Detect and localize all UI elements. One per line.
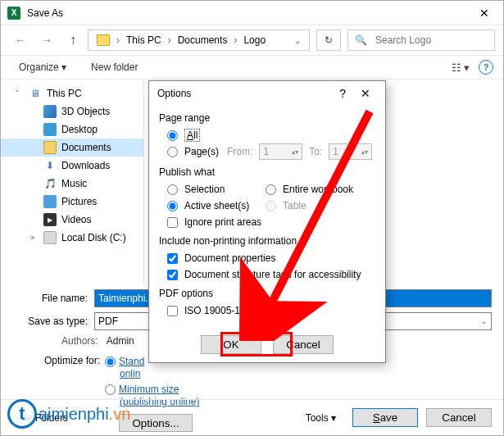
doc-icon	[43, 141, 57, 154]
search-icon: 🔍	[348, 34, 374, 46]
cancel-button[interactable]: Cancel	[426, 408, 492, 427]
selection-radio[interactable]: Selection	[159, 181, 266, 198]
document-structure-check[interactable]: Document structure tags for accessibilit…	[159, 266, 375, 283]
page-range-pages-radio[interactable]: Page(s) From: 1▴▾ To: 1▴▾	[159, 143, 375, 160]
pdf-options-group: PDF options	[159, 288, 375, 299]
new-folder-button[interactable]: New folder	[83, 58, 146, 76]
nav-tree: ˅🖥This PC3D ObjectsDesktopDocuments⬇Down…	[1, 79, 144, 284]
view-icon[interactable]: ☷ ▾	[451, 57, 470, 77]
window-title: Save As	[27, 7, 465, 19]
video-icon: ▶	[43, 213, 57, 226]
tree-item-label: Documents	[61, 142, 111, 153]
tree-item-label: Downloads	[61, 160, 110, 171]
publish-what-group: Publish what	[159, 166, 375, 178]
watermark: taimienphi.vn	[7, 399, 130, 429]
iso-compliant-check[interactable]: ISO 19005-1 compliant (PDF	[159, 302, 375, 319]
save-as-window: X Save As ✕ ← → ↑ › This PC › Documents …	[0, 0, 504, 436]
tree-item-documents[interactable]: Documents	[1, 139, 143, 157]
table-radio: Table	[266, 198, 353, 214]
tree-item-label: Desktop	[61, 124, 98, 135]
tree-item-pictures[interactable]: Pictures	[1, 193, 143, 211]
tree-item-3d-objects[interactable]: 3D Objects	[1, 102, 143, 120]
optimize-minimum-radio[interactable]: Minimum size	[105, 383, 199, 396]
chevron-down-icon: ⌄	[481, 317, 488, 325]
tree-item-videos[interactable]: ▶Videos	[1, 211, 143, 229]
dialog-help-icon[interactable]: ?	[339, 87, 346, 100]
tree-item-label: Videos	[61, 214, 91, 225]
options-title: Options	[157, 88, 331, 99]
address-bar: ← → ↑ › This PC › Documents › Logo ⌄ ↻ 🔍	[1, 25, 503, 55]
tools-menu[interactable]: Tools ▾	[297, 409, 344, 427]
folder-icon	[97, 34, 110, 46]
expand-icon[interactable]: ˅	[16, 89, 24, 98]
crumb-this-pc[interactable]: This PC	[121, 32, 166, 48]
save-as-type-label: Save as type:	[12, 316, 94, 327]
organize-menu[interactable]: Organize ▾	[11, 58, 75, 76]
page-from-input: 1▴▾	[259, 143, 302, 160]
options-dialog: Options ? ✕ Page range All Page(s) From:…	[148, 80, 386, 363]
crumb-documents[interactable]: Documents	[173, 32, 233, 48]
active-sheets-radio[interactable]: Active sheet(s)	[159, 198, 266, 214]
excel-icon: X	[7, 7, 20, 20]
document-properties-check[interactable]: Document properties	[159, 250, 375, 266]
music-icon: 🎵	[43, 177, 57, 190]
tree-item-downloads[interactable]: ⬇Downloads	[1, 157, 143, 175]
tree-item-desktop[interactable]: Desktop	[1, 120, 143, 139]
up-button[interactable]: ↑	[61, 30, 84, 51]
tree-item-label: 3D Objects	[61, 106, 110, 117]
close-button[interactable]: ✕	[465, 1, 503, 25]
tree-item-label: Pictures	[61, 196, 97, 207]
tree-item-label: This PC	[47, 88, 82, 99]
crumb-logo[interactable]: Logo	[238, 32, 270, 48]
page-range-all-radio[interactable]: All	[159, 127, 375, 143]
page-to-input: 1▴▾	[329, 143, 372, 160]
back-button[interactable]: ←	[9, 30, 32, 51]
pc-icon: 🖥	[29, 87, 42, 100]
forward-button[interactable]: →	[35, 30, 58, 51]
page-range-group: Page range	[159, 112, 375, 124]
tree-item-label: Local Disk (C:)	[61, 232, 126, 243]
down-icon: ⬇	[43, 159, 57, 172]
tree-item-local-disk-c-[interactable]: >Local Disk (C:)	[1, 229, 143, 247]
pic-icon	[43, 195, 57, 208]
breadcrumb[interactable]: › This PC › Documents › Logo ⌄	[88, 30, 310, 51]
entire-workbook-radio[interactable]: Entire workbook	[266, 181, 353, 198]
toolbar: Organize ▾ New folder ☷ ▾ ?	[1, 55, 503, 79]
ignore-print-areas-check[interactable]: Ignore print areas	[159, 214, 375, 230]
disk-icon	[43, 231, 57, 244]
dialog-close-button[interactable]: ✕	[354, 84, 377, 103]
authors-label: Authors:	[61, 335, 98, 347]
chevron-down-icon[interactable]: ⌄	[294, 36, 301, 45]
search-input[interactable]	[374, 34, 472, 47]
save-button[interactable]: SSaveave	[352, 408, 418, 427]
filename-label: File name:	[12, 293, 94, 304]
titlebar: X Save As ✕	[1, 1, 503, 25]
3d-icon	[43, 105, 57, 118]
authors-value[interactable]: Admin	[107, 335, 134, 347]
options-cancel-button[interactable]: Cancel	[273, 335, 334, 354]
tree-item-label: Music	[61, 178, 87, 189]
expand-icon[interactable]: >	[30, 234, 39, 242]
options-titlebar: Options ? ✕	[149, 81, 385, 106]
desk-icon	[43, 123, 57, 136]
search-box[interactable]: 🔍	[347, 30, 495, 51]
refresh-button[interactable]: ↻	[316, 30, 341, 51]
tree-item-this-pc[interactable]: ˅🖥This PC	[1, 84, 143, 102]
options-ok-button[interactable]: OK	[201, 335, 261, 354]
help-icon[interactable]: ?	[479, 60, 493, 75]
include-nonprinting-group: Include non-printing information	[159, 235, 375, 247]
tree-item-music[interactable]: 🎵Music	[1, 175, 143, 193]
